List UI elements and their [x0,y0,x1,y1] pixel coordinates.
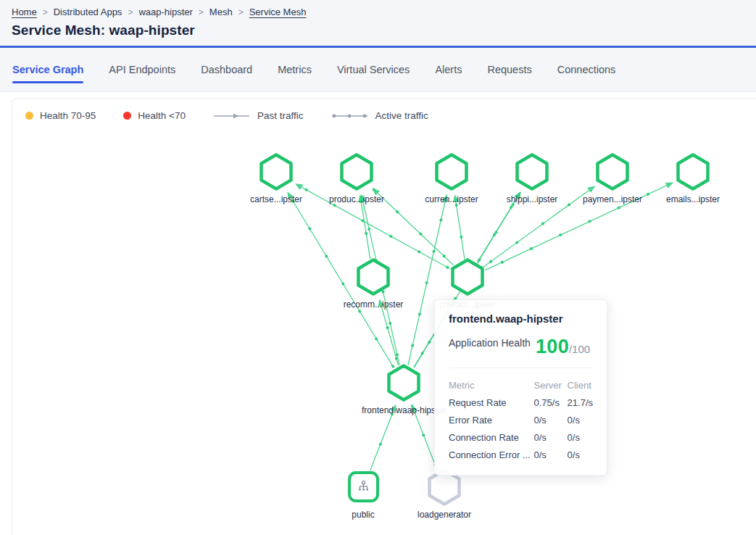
breadcrumb-distributed-apps[interactable]: Distributed Apps [54,7,122,17]
gateway-node-shape [348,471,379,502]
tooltip-health-total: /100 [569,343,590,355]
col-client: Client [568,376,593,394]
breadcrumb-separator: > [199,7,204,17]
content-area: Health 70-95 Health <70 Past traffic [0,92,756,535]
node-label: produc...ipster [329,194,384,204]
hexagon-node-shape [357,258,390,296]
hexagon-node-shape [515,153,549,191]
tab-alerts[interactable]: Alerts [435,48,462,91]
node-payment[interactable]: paymen...ipster [573,153,652,204]
node-public[interactable]: public [323,468,403,520]
tab-virtual-services[interactable]: Virtual Services [337,48,410,91]
tooltip-metrics-table: Metric Server Client Request Rate 0.75/s… [449,376,593,463]
hexagon-node-shape [676,153,710,191]
breadcrumb-separator: > [238,7,244,17]
node-cartservice[interactable]: cartse...ipster [236,153,316,204]
hexagon-node-shape [387,364,420,402]
tooltip-title: frontend.waap-hipster [449,312,593,325]
tooltip-table-header: Metric Server Client [449,376,593,394]
node-email[interactable]: emails...ipster [653,153,733,204]
tab-requests[interactable]: Requests [487,48,531,91]
node-label: loadgenerator [418,510,471,520]
tab-api-endpoints[interactable]: API Endpoints [109,48,175,91]
breadcrumb-mesh[interactable]: Mesh [209,7,233,17]
node-recommendation[interactable]: recomm...ipster [333,258,413,310]
node-label: curren...ipster [425,194,478,204]
node-label: frontend.waap-hipster [362,405,446,415]
gateway-icon [356,479,371,494]
page-title: Service Mesh: waap-hipster [12,22,744,38]
breadcrumb-service-mesh[interactable]: Service Mesh [249,7,307,17]
tooltip-health-label: Application Health [449,336,536,352]
node-label: shippi...ipster [507,194,558,204]
col-metric: Metric [449,376,534,394]
breadcrumb-separator: > [128,7,133,17]
tab-service-graph[interactable]: Service Graph [12,48,83,91]
node-label: cartse...ipster [250,194,302,204]
node-label: emails...ipster [666,194,720,204]
tab-connections[interactable]: Connections [557,48,616,91]
node-tooltip: frontend.waap-hipster Application Health… [434,299,607,476]
breadcrumb-separator: > [43,7,48,17]
col-server: Server [534,376,568,394]
hexagon-node-shape [435,153,468,191]
tab-metrics[interactable]: Metrics [278,48,312,91]
breadcrumb: Home > Distributed Apps > waap-hipster >… [12,7,744,17]
hexagon-node-shape [259,153,293,191]
breadcrumb-home[interactable]: Home [12,7,37,17]
node-shipping[interactable]: shippi...ipster [492,153,572,204]
hexagon-node-shape [596,153,629,191]
page-header: Home > Distributed Apps > waap-hipster >… [0,0,756,48]
tooltip-row-request-rate: Request Rate 0.75/s 21.7/s [449,394,593,411]
tooltip-health-score: 100 [536,336,569,358]
node-label: recomm...ipster [344,299,404,310]
node-frontend[interactable]: frontend.waap-hipster [364,364,444,415]
node-currency[interactable]: curren...ipster [412,153,491,204]
service-graph-canvas[interactable]: cartse...ipsterproduc...ipstercurren...i… [12,99,756,535]
tooltip-row-connection-rate: Connection Rate 0/s 0/s [449,428,593,446]
breadcrumb-waap-hipster[interactable]: waap-hipster [138,7,192,17]
hexagon-node-shape [340,153,373,191]
node-loadgenerator[interactable]: loadgenerator [404,468,484,520]
tooltip-row-connection-error-rate: Connection Error ... 0/s 0/s [449,446,593,463]
node-productcatalog[interactable]: produc...ipster [317,153,396,204]
tooltip-divider [449,368,593,368]
tab-bar: Service Graph API Endpoints Dashboard Me… [0,48,756,92]
service-graph-panel: Health 70-95 Health <70 Past traffic [12,98,756,535]
hexagon-node-shape [451,258,484,296]
tab-dashboard[interactable]: Dashboard [201,48,252,91]
node-label: public [352,510,374,520]
tooltip-row-error-rate: Error Rate 0/s 0/s [449,411,593,428]
node-label: paymen...ipster [583,194,642,204]
